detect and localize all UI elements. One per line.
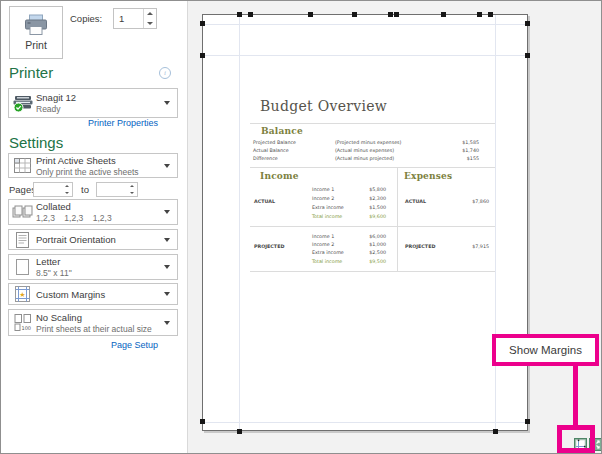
margin-line[interactable] [203,55,527,56]
svg-text:★: ★ [19,291,25,299]
preview-page: Budget Overview Balance Projected Balanc… [202,14,528,431]
margin-handle[interactable] [200,53,205,58]
income-row-value: $2,300 [333,196,386,201]
divider [250,271,495,272]
margin-handle[interactable] [352,12,357,17]
dropdown-caret-icon [164,101,170,105]
margin-handle[interactable] [200,419,205,424]
dropdown-caret-icon [164,238,170,242]
margin-line[interactable] [203,24,527,25]
spinner-down-icon [130,192,134,194]
dropdown-caret-icon [164,292,170,296]
margin-handle[interactable] [488,12,493,17]
income-total-value: $9,500 [333,259,386,264]
paper-size-sublabel: 8.5" x 11" [36,268,164,278]
callout-highlight-box [557,425,595,453]
dropdown-caret-icon [164,321,170,325]
margin-line[interactable] [203,422,527,423]
pages-to-spinner [127,183,137,196]
margin-handle[interactable] [200,21,205,26]
margin-handle[interactable] [493,429,498,434]
scaling-sublabel: Print sheets at their actual size [36,324,164,334]
sheet-title: Budget Overview [260,98,387,114]
show-margins-callout-label: Show Margins [492,334,599,366]
printer-heading: Printer [9,64,53,81]
orientation-label: Portrait Orientation [36,234,164,245]
margin-handle[interactable] [394,12,399,17]
pages-from-spinner [62,183,72,196]
margin-handle[interactable] [308,12,313,17]
copies-spinner-up-button[interactable] [144,9,156,19]
margin-handle[interactable] [248,12,253,17]
margin-handle[interactable] [477,12,482,17]
pages-from-down-button[interactable] [62,190,72,197]
income-total-value: $9,600 [333,214,386,219]
dropdown-caret-icon [164,265,170,269]
print-preview-area: Budget Overview Balance Projected Balanc… [188,1,601,453]
no-scaling-icon: 100 [9,314,36,331]
scaling-label: No Scaling [36,312,164,323]
info-icon[interactable]: i [159,67,171,79]
pages-to-down-button[interactable] [127,190,137,197]
margin-handle[interactable] [237,429,242,434]
margins-dropdown[interactable]: ★ Custom Margins [8,283,178,305]
pages-to-field [96,182,138,197]
margin-handle[interactable] [388,12,393,17]
spinner-down-icon [65,192,69,194]
portrait-orientation-icon [9,232,36,248]
print-icon [23,14,49,36]
paper-size-dropdown[interactable]: Letter 8.5" x 11" [8,254,178,280]
income-row-label: Income 2 [312,196,334,201]
divider [250,123,495,124]
income-row-value: $1,000 [333,242,386,247]
collation-dropdown[interactable]: Collated 1,2,3 1,2,3 1,2,3 [8,199,178,225]
pages-to-input[interactable] [97,183,126,196]
expenses-group-name: PROJECTED [405,244,435,249]
spinner-down-icon [147,22,153,25]
svg-text:100: 100 [21,325,31,331]
balance-row-formula: (Actual minus projected) [335,156,394,161]
balance-row-formula: (Actual minus expenses) [335,148,394,153]
collated-icon [9,205,36,220]
copies-label: Copies: [70,13,102,24]
printer-status: Ready [36,104,164,114]
custom-margins-icon: ★ [9,286,36,302]
orientation-dropdown[interactable]: Portrait Orientation [8,229,178,250]
income-row-value: $5,800 [333,187,386,192]
page-setup-link[interactable]: Page Setup [111,340,158,350]
printer-dropdown[interactable]: Snagit 12 Ready [8,88,178,118]
spinner-up-icon [147,12,153,15]
income-row-label: Income 2 [312,242,334,247]
margin-handle[interactable] [237,12,242,17]
copies-input[interactable] [114,9,142,28]
printer-properties-link[interactable]: Printer Properties [88,118,158,128]
pages-from-input[interactable] [34,183,61,196]
copies-spinner [143,9,156,28]
copies-field [113,8,157,29]
balance-row-formula: (Projected minus expenses) [335,140,401,145]
income-heading: Income [260,171,299,181]
margin-handle[interactable] [525,21,530,26]
margin-handle[interactable] [441,12,446,17]
expenses-value: $7,915 [433,244,489,249]
income-row-value: $2,500 [333,250,386,255]
spinner-up-icon [65,185,69,187]
print-button[interactable]: Print [9,6,63,59]
balance-row-value: $155 [403,156,479,161]
collation-sublabel: 1,2,3 1,2,3 1,2,3 [36,213,164,223]
divider [250,167,495,168]
expenses-group-name: ACTUAL [405,199,426,204]
income-group-name: ACTUAL [254,199,275,204]
expenses-value: $7,860 [433,199,489,204]
active-sheets-icon [9,158,36,173]
copies-spinner-down-button[interactable] [144,19,156,29]
spinner-up-icon [130,185,134,187]
margin-handle[interactable] [525,53,530,58]
margin-line[interactable] [239,15,240,430]
margin-handle[interactable] [525,419,530,424]
print-what-dropdown[interactable]: Print Active Sheets Only print the activ… [8,153,178,178]
margin-line[interactable] [495,15,496,430]
settings-heading: Settings [9,134,63,151]
scaling-dropdown[interactable]: 100 No Scaling Print sheets at their act… [8,309,178,336]
balance-row-value: $1,585 [403,140,479,145]
